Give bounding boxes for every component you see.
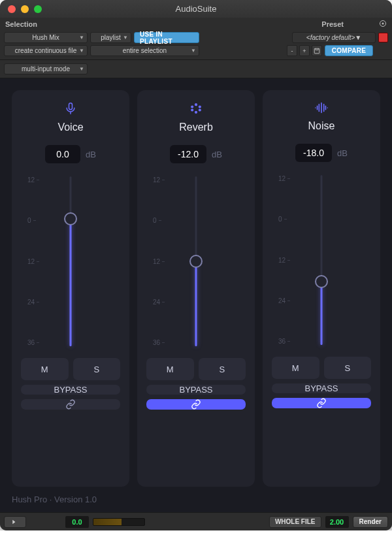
- svg-point-4: [195, 104, 197, 106]
- chevron-down-icon: ▼: [79, 35, 84, 41]
- link-button[interactable]: [272, 398, 371, 408]
- solo-button[interactable]: S: [73, 358, 121, 380]
- svg-marker-10: [12, 519, 15, 524]
- tick-label: 12: [27, 176, 39, 184]
- slider-thumb[interactable]: [315, 275, 328, 288]
- level-meter: [93, 518, 145, 526]
- svg-point-8: [191, 109, 193, 111]
- selection-label: Selection: [5, 20, 37, 28]
- tick-label: 0: [27, 217, 39, 224]
- tick-label: 0: [278, 216, 290, 223]
- tick-label: 12: [27, 258, 39, 265]
- channel-voice: Voice0.0dB120122436MSBYPASS: [12, 90, 129, 487]
- whole-file-button[interactable]: WHOLE FILE: [269, 516, 321, 528]
- svg-point-9: [191, 106, 193, 108]
- db-unit-label: dB: [86, 150, 96, 159]
- mute-button[interactable]: M: [146, 358, 194, 380]
- svg-rect-3: [69, 103, 73, 110]
- svg-point-7: [195, 112, 197, 114]
- chevron-down-icon: ▼: [355, 34, 361, 41]
- window-title: AudioSuite: [0, 4, 392, 14]
- channel-title: Noise: [308, 120, 335, 132]
- render-button[interactable]: Render: [353, 516, 388, 528]
- tick-label: 36: [27, 339, 39, 346]
- tick-label: 12: [153, 258, 165, 265]
- slider-thumb[interactable]: [189, 255, 203, 268]
- preset-prev-button[interactable]: -: [287, 45, 297, 56]
- wave-icon: [314, 102, 329, 115]
- link-button[interactable]: [21, 399, 120, 410]
- preset-label: Preset: [321, 20, 344, 28]
- gain-slider[interactable]: 120122436: [146, 176, 246, 346]
- solo-button[interactable]: S: [199, 358, 246, 380]
- bottom-bar: 0.0 WHOLE FILE 2.00 Render: [0, 512, 392, 530]
- handle-readout[interactable]: 2.00: [325, 516, 349, 528]
- compare-button[interactable]: COMPARE: [325, 45, 373, 56]
- mute-button[interactable]: M: [21, 358, 69, 380]
- chevron-down-icon: ▼: [79, 66, 84, 72]
- db-value-input[interactable]: -12.0: [170, 145, 206, 163]
- record-target-button[interactable]: [378, 33, 388, 42]
- plugin-footer-label: Hush Pro · Version 1.0: [0, 492, 392, 512]
- plugin-dropdown[interactable]: Hush Mix▼: [4, 32, 88, 43]
- svg-point-1: [382, 23, 384, 25]
- gain-slider[interactable]: 120122436: [21, 176, 120, 346]
- tick-label: 0: [153, 217, 165, 224]
- link-icon: [191, 399, 201, 410]
- preview-button[interactable]: [4, 516, 26, 528]
- solo-button[interactable]: S: [324, 357, 372, 379]
- header-area: Selection Preset Hush Mix▼ playlist▼ USE…: [0, 18, 392, 60]
- tick-label: 24: [278, 297, 290, 304]
- tick-label: 12: [278, 257, 290, 264]
- channel-noise: Noise-18.0dB120122436MSBYPASS: [263, 90, 380, 487]
- tick-label: 36: [278, 338, 290, 345]
- level-readout: 0.0: [65, 516, 89, 528]
- link-icon: [316, 398, 327, 408]
- tick-label: 36: [153, 339, 165, 346]
- chevron-down-icon: ▼: [191, 48, 196, 54]
- mute-button[interactable]: M: [272, 357, 319, 379]
- plugin-body: Voice0.0dB120122436MSBYPASSReverb-12.0dB…: [0, 78, 392, 512]
- link-icon: [65, 399, 76, 410]
- svg-rect-2: [314, 48, 319, 54]
- input-mode-dropdown[interactable]: multi-input mode▼: [4, 63, 88, 74]
- db-value-input[interactable]: -18.0: [295, 144, 332, 162]
- mic-icon: [64, 102, 77, 116]
- tick-label: 12: [278, 175, 290, 182]
- audiosuite-window: AudioSuite Selection Preset Hush Mix▼ pl…: [0, 0, 392, 530]
- use-in-playlist-button[interactable]: USE IN PLAYLIST: [134, 32, 199, 43]
- db-unit-label: dB: [212, 150, 222, 159]
- bypass-button[interactable]: BYPASS: [272, 383, 371, 393]
- channel-reverb: Reverb-12.0dB120122436MSBYPASS: [137, 90, 255, 487]
- link-button[interactable]: [146, 399, 246, 410]
- tick-label: 12: [153, 176, 165, 184]
- hex-icon: [189, 102, 203, 116]
- channels-row: Voice0.0dB120122436MSBYPASSReverb-12.0dB…: [0, 78, 392, 492]
- chevron-down-icon: ▼: [123, 35, 128, 41]
- titlebar: AudioSuite: [0, 0, 392, 18]
- db-unit-label: dB: [337, 148, 348, 158]
- slider-thumb[interactable]: [64, 212, 77, 225]
- sub-header: multi-input mode▼: [0, 60, 392, 78]
- chevron-down-icon: ▼: [79, 48, 84, 54]
- svg-point-5: [199, 106, 201, 108]
- bypass-button[interactable]: BYPASS: [21, 385, 120, 395]
- gain-slider[interactable]: 120122436: [272, 175, 371, 345]
- playlist-dropdown[interactable]: playlist▼: [90, 32, 131, 43]
- channel-title: Voice: [57, 122, 83, 133]
- selection-mode-dropdown[interactable]: entire selection▼: [90, 45, 199, 56]
- preset-dropdown[interactable]: <factory default>▼: [292, 32, 376, 43]
- tick-label: 24: [153, 299, 165, 306]
- preset-settings-icon[interactable]: [379, 20, 387, 29]
- preset-nav: - +: [287, 45, 322, 56]
- svg-point-6: [199, 109, 201, 111]
- db-value-input[interactable]: 0.0: [45, 145, 80, 163]
- create-file-dropdown[interactable]: create continuous file▼: [4, 45, 88, 56]
- preset-next-button[interactable]: +: [299, 45, 310, 56]
- tick-label: 24: [27, 299, 39, 306]
- save-preset-button[interactable]: [312, 45, 322, 56]
- bypass-button[interactable]: BYPASS: [146, 385, 246, 395]
- channel-title: Reverb: [179, 122, 213, 133]
